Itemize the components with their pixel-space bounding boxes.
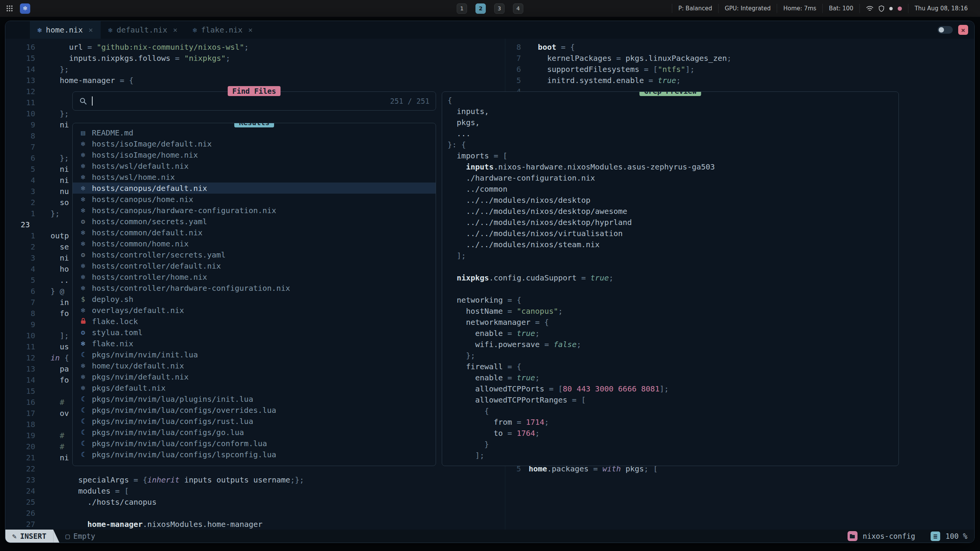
line-number: 8 [5, 130, 35, 142]
nix-icon: ❄ [79, 185, 87, 192]
tab-close-icon[interactable]: × [248, 26, 253, 34]
status-module: Bat: 100 [822, 4, 859, 13]
preview-line: hostName = "canopus"; [448, 306, 898, 317]
preview-line: ../../modules/nixos/virtualisation [448, 228, 898, 239]
result-item[interactable]: $deploy.sh [73, 293, 436, 305]
statusline: ✎ INSERT ▢ Empty nixos-config ≡ 100 % [5, 530, 974, 543]
preview-line: inputs, [448, 106, 898, 117]
result-item[interactable]: ☾pkgs/nvim/nvim/lua/plugins/init.lua [73, 393, 436, 404]
apps-grid-icon[interactable] [6, 5, 13, 12]
result-item[interactable]: ❄hosts/canopus/default.nix [73, 183, 436, 194]
result-item[interactable]: flake.lock [73, 316, 436, 327]
code-text: outp [51, 230, 69, 241]
result-item[interactable]: ☾pkgs/nvim/nvim/lua/configs/go.lua [73, 427, 436, 438]
result-filename: hosts/common/home.nix [92, 239, 189, 248]
result-item[interactable]: ☾pkgs/nvim/nvim/init.lua [73, 349, 436, 360]
shield-icon[interactable] [879, 5, 884, 12]
result-item[interactable]: ❄hosts/common/home.nix [73, 238, 436, 249]
preview-line [448, 261, 898, 272]
code-text: specialArgs = {inherit inputs outputs us… [51, 474, 304, 486]
result-item[interactable]: ❄home/tux/default.nix [73, 360, 436, 371]
close-button[interactable]: × [958, 25, 968, 35]
result-item[interactable]: ❄hosts/canopus/home.nix [73, 194, 436, 205]
result-item[interactable]: ❄pkgs/nvim/default.nix [73, 371, 436, 382]
result-item[interactable]: ☾pkgs/nvim/nvim/lua/configs/lspconfig.lu… [73, 449, 436, 460]
code-text: fo [51, 375, 69, 386]
result-filename: hosts/controller/home.nix [92, 272, 207, 282]
result-item[interactable]: ❄hosts/wsl/home.nix [73, 171, 436, 183]
pencil-icon: ✎ [12, 532, 16, 540]
nix-bright-icon: ❄ [79, 340, 87, 347]
line-number: 14 [5, 64, 35, 75]
line-number: 2 [5, 197, 35, 208]
code-text: nu [51, 186, 69, 197]
workspace-button-1[interactable]: 1 [457, 3, 467, 14]
search-icon [79, 97, 87, 105]
line-number: 21 [5, 452, 35, 463]
result-item[interactable]: ❄hosts/common/default.nix [73, 227, 436, 238]
line-number: 4 [5, 264, 35, 275]
nix-icon: ❄ [79, 240, 87, 247]
workspace-button-3[interactable]: 3 [494, 3, 505, 14]
status-dot-icon[interactable] [889, 7, 893, 10]
result-item[interactable]: ❄flake.nix [73, 338, 436, 349]
tabs: ❄home.nix×❄default.nix×❄flake.nix× [30, 21, 260, 39]
lua-icon: ☾ [79, 418, 87, 425]
result-item[interactable]: ❄hosts/controller/home.nix [73, 271, 436, 282]
app-logo-icon[interactable]: ❄ [20, 3, 30, 14]
result-item[interactable]: ☾pkgs/nvim/nvim/lua/configs/overrides.lu… [73, 404, 436, 416]
preview-line: to = 1764; [448, 428, 898, 439]
workspace-button-4[interactable]: 4 [513, 3, 523, 14]
tab-flake.nix[interactable]: ❄flake.nix× [185, 21, 260, 39]
line-number: 8 [508, 42, 521, 53]
result-item[interactable]: ❄hosts/wsl/default.nix [73, 160, 436, 171]
tab-close-icon[interactable]: × [88, 26, 93, 34]
result-item[interactable]: ⚙hosts/common/secrets.yaml [73, 216, 436, 227]
status-modules: P: BalancedGPU: IntegratedHome: 7msBat: … [672, 4, 859, 13]
tab-close-icon[interactable]: × [173, 26, 177, 34]
result-filename: pkgs/nvim/nvim/lua/configs/overrides.lua [92, 406, 276, 415]
code-text: ./hosts/canopus [51, 497, 157, 508]
code-text: }; [51, 153, 69, 164]
line-number: 24 [5, 486, 35, 497]
code-text: in { [51, 352, 69, 364]
window-toggle[interactable] [938, 26, 953, 34]
result-item[interactable]: ❄hosts/controller/hardware-configuration… [73, 282, 436, 293]
result-item[interactable]: ▤README.md [73, 127, 436, 138]
tab-label: home.nix [46, 25, 83, 34]
tab-home.nix[interactable]: ❄home.nix× [30, 21, 101, 39]
result-item[interactable]: ☾pkgs/nvim/nvim/lua/configs/conform.lua [73, 438, 436, 449]
status-module: GPU: Integrated [718, 4, 777, 13]
code-text: }; [51, 208, 60, 219]
result-item[interactable]: ❄hosts/canopus/hardware-configuration.ni… [73, 205, 436, 216]
wifi-icon[interactable] [866, 5, 874, 11]
tab-default.nix[interactable]: ❄default.nix× [101, 21, 185, 39]
code-text: us [51, 341, 69, 352]
code-text: modules = [ [51, 486, 129, 497]
line-number: 5 [508, 75, 521, 86]
code-text: ni [51, 253, 69, 264]
close-icon: × [961, 26, 965, 34]
nix-icon: ❄ [79, 196, 87, 203]
preview-line [448, 284, 898, 295]
result-item[interactable]: ⚙stylua.toml [73, 327, 436, 338]
nix-icon: ❄ [79, 262, 87, 269]
nix-icon: ❄ [79, 285, 87, 292]
workspace-button-2[interactable]: 2 [475, 3, 486, 14]
result-item[interactable]: ❄hosts/controller/default.nix [73, 260, 436, 271]
code-text: home-manager.nixosModules.home-manager [51, 519, 263, 530]
line-number: 3 [5, 253, 35, 264]
result-item[interactable]: ❄hosts/isoImage/default.nix [73, 138, 436, 149]
recorder-dot-icon[interactable] [898, 7, 902, 11]
result-item[interactable]: ☾pkgs/nvim/nvim/lua/configs/rust.lua [73, 416, 436, 427]
result-item[interactable]: ❄hosts/isoImage/home.nix [73, 149, 436, 160]
powerline-separator [53, 530, 59, 543]
line-number: 7 [5, 297, 35, 308]
code-text: .. [51, 275, 69, 286]
nix-snowflake-icon: ❄ [108, 26, 113, 34]
result-item[interactable]: ❄pkgs/default.nix [73, 382, 436, 393]
result-item[interactable]: ❄overlays/default.nix [73, 305, 436, 316]
result-filename: pkgs/nvim/nvim/lua/configs/rust.lua [92, 417, 253, 426]
result-item[interactable]: ⚙hosts/controller/secrets.yaml [73, 249, 436, 260]
nix-icon: ❄ [79, 207, 87, 214]
